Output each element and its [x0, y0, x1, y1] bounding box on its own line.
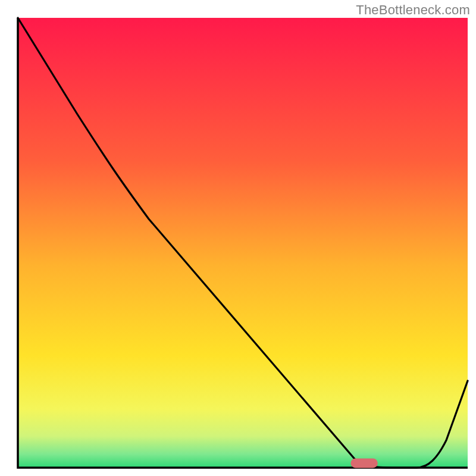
watermark-text: TheBottleneck.com	[356, 2, 470, 18]
plot-background	[18, 18, 468, 468]
chart-svg	[0, 0, 476, 476]
min-marker	[350, 458, 377, 468]
chart-container: TheBottleneck.com	[0, 0, 476, 476]
